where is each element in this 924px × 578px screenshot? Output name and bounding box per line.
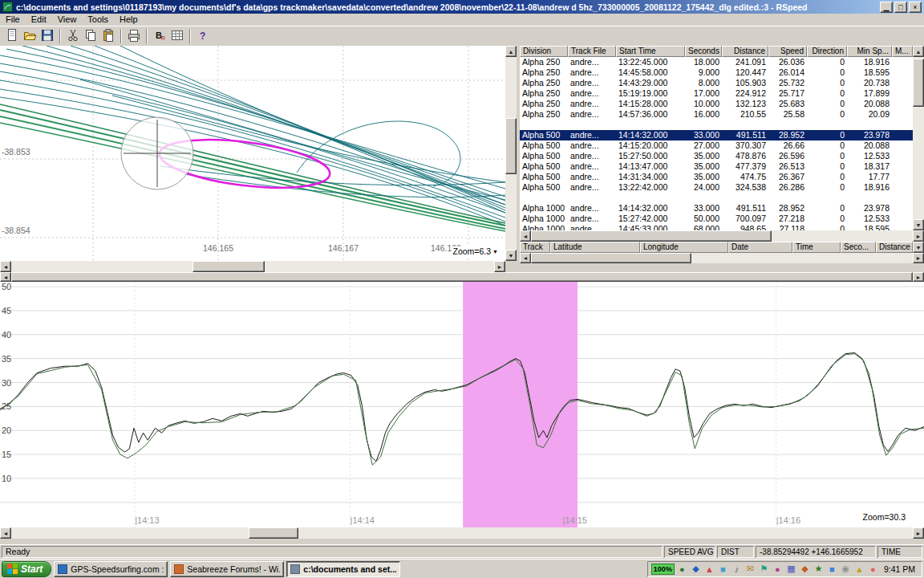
scroll-left-button[interactable]: ◄ bbox=[0, 272, 11, 282]
table-row[interactable]: Alpha 250andre...14:15:28.00010.000132.1… bbox=[520, 99, 913, 109]
tray-icon-15[interactable]: ● bbox=[867, 563, 879, 575]
minimize-button[interactable]: ▁ bbox=[880, 2, 893, 13]
scroll-left-button[interactable]: ◄ bbox=[0, 261, 11, 272]
scroll-down-button[interactable]: ▼ bbox=[505, 250, 517, 261]
scroll-up-button[interactable]: ▲ bbox=[505, 46, 517, 57]
scroll-thumb[interactable] bbox=[531, 230, 772, 242]
scroll-thumb[interactable] bbox=[11, 272, 913, 282]
table-row[interactable]: Alpha 500andre...15:27:50.00035.000478.8… bbox=[520, 151, 913, 161]
tray-icon-12[interactable]: ■ bbox=[826, 563, 838, 575]
points-horizontal-scrollbar[interactable]: ◄ ► bbox=[520, 253, 924, 263]
tray-icon-6[interactable]: ✉ bbox=[744, 563, 756, 575]
scroll-up-button[interactable]: ▲ bbox=[913, 46, 924, 57]
new-button[interactable] bbox=[3, 27, 21, 45]
table-row[interactable]: Alpha 500andre...14:15:20.00027.000370.3… bbox=[520, 140, 913, 151]
column-header[interactable]: Start Time bbox=[616, 46, 685, 57]
column-header[interactable]: Longitude bbox=[640, 242, 728, 253]
scroll-thumb[interactable] bbox=[249, 527, 298, 539]
paste-button[interactable] bbox=[99, 27, 117, 45]
tray-icon-14[interactable]: ▲ bbox=[853, 563, 865, 575]
tray-icon-1[interactable]: ● bbox=[676, 563, 688, 575]
tray-icon-8[interactable]: ● bbox=[772, 563, 784, 575]
task-button[interactable]: GPS-Speedsurfing.com ::... bbox=[54, 561, 168, 577]
table-row[interactable]: Alpha 1000andre...14:14:32.00033.000491.… bbox=[520, 203, 913, 214]
tray-icon-5[interactable]: ♪ bbox=[731, 563, 743, 575]
scroll-right-button[interactable]: ► bbox=[494, 261, 505, 272]
table-row[interactable] bbox=[520, 193, 913, 203]
map-plot[interactable]: -38.853-38.854146.165146.167146.169 Zoom… bbox=[0, 46, 505, 261]
column-header[interactable]: Division bbox=[520, 46, 568, 57]
table-row[interactable]: Alpha 500andre...13:22:42.00024.000324.5… bbox=[520, 182, 913, 193]
scroll-thumb[interactable] bbox=[192, 261, 265, 272]
gps-track-map[interactable]: -38.853-38.854146.165146.167146.169 bbox=[0, 46, 505, 261]
menu-tools[interactable]: Tools bbox=[82, 14, 114, 26]
scroll-down-button[interactable]: ▼ bbox=[913, 242, 924, 253]
scroll-right-button[interactable]: ► bbox=[913, 253, 924, 263]
menu-file[interactable]: File bbox=[0, 14, 26, 26]
menu-help[interactable]: Help bbox=[114, 14, 144, 26]
column-header[interactable]: Distance bbox=[876, 242, 913, 253]
table-row[interactable]: Alpha 500andre...14:13:47.00035.000477.3… bbox=[520, 161, 913, 172]
chart-top-scrollbar[interactable]: ◄ ► bbox=[0, 272, 924, 282]
column-header[interactable]: Track bbox=[520, 242, 550, 253]
chart-zoom-label[interactable]: Zoom=30.3 bbox=[862, 512, 906, 522]
column-header[interactable]: Seconds bbox=[685, 46, 722, 57]
tray-icon-2[interactable]: ◆ bbox=[690, 563, 702, 575]
tray-icon-13[interactable]: ◉ bbox=[840, 563, 852, 575]
table-row[interactable]: Alpha 250andre...15:19:19.00017.000224.9… bbox=[520, 88, 913, 99]
tray-icon-9[interactable]: ▦ bbox=[785, 563, 797, 575]
scroll-thumb[interactable] bbox=[505, 118, 517, 174]
scroll-thumb[interactable] bbox=[913, 59, 924, 107]
zoom-dropdown-icon[interactable]: ▼ bbox=[492, 249, 498, 254]
tray-icon-3[interactable]: ▲ bbox=[703, 563, 715, 575]
runs-vertical-scrollbar[interactable]: ▲ ▼ bbox=[913, 46, 924, 230]
column-header[interactable]: Distance bbox=[722, 46, 768, 57]
start-button[interactable]: Start bbox=[2, 561, 51, 577]
column-header[interactable]: Date bbox=[728, 242, 792, 253]
tray-icon-11[interactable]: ★ bbox=[813, 563, 825, 575]
table-row[interactable]: Alpha 250andre...14:43:29.0008.000105.90… bbox=[520, 78, 913, 88]
tray-icon-7[interactable]: ⚑ bbox=[758, 563, 770, 575]
chart-bottom-scrollbar[interactable]: ◄ ► bbox=[0, 527, 924, 539]
table-row[interactable]: Alpha 500andre...14:31:34.00035.000474.7… bbox=[520, 172, 913, 182]
copy-button[interactable] bbox=[82, 27, 99, 45]
column-header[interactable]: Direction bbox=[807, 46, 847, 57]
map-vertical-scrollbar[interactable]: ▲ ▼ bbox=[505, 46, 517, 261]
speed-time-chart[interactable]: 101520253035404550|14:13|14:14|14:15|14:… bbox=[0, 282, 924, 527]
menu-edit[interactable]: Edit bbox=[26, 14, 52, 26]
scroll-right-button[interactable]: ► bbox=[913, 272, 924, 282]
cut-button[interactable] bbox=[64, 27, 82, 45]
table-row[interactable]: Alpha 250andre...14:45:58.0009.000120.44… bbox=[520, 67, 913, 78]
scroll-left-button[interactable]: ◄ bbox=[0, 527, 11, 539]
runs-horizontal-scrollbar[interactable]: ◄ ► bbox=[520, 230, 924, 242]
save-button[interactable] bbox=[38, 27, 56, 45]
table-row[interactable]: Alpha 1000andre...14:45:33.00068.000948.… bbox=[520, 224, 913, 230]
table-row[interactable]: Alpha 500andre...14:14:32.00033.000491.5… bbox=[520, 130, 913, 140]
column-header[interactable]: Min Sp... bbox=[847, 46, 892, 57]
column-header[interactable]: Latitude bbox=[550, 242, 640, 253]
scroll-thumb[interactable] bbox=[531, 253, 691, 263]
menu-view[interactable]: View bbox=[52, 14, 83, 26]
scroll-left-button[interactable]: ◄ bbox=[520, 230, 531, 242]
table-row[interactable]: Alpha 250andre...14:57:36.00016.000210.5… bbox=[520, 109, 913, 120]
maximize-button[interactable]: □ bbox=[894, 2, 907, 13]
print-button[interactable] bbox=[125, 27, 143, 45]
help-button[interactable]: ? bbox=[194, 27, 212, 45]
scroll-down-button[interactable]: ▼ bbox=[913, 219, 924, 230]
scroll-right-button[interactable]: ► bbox=[913, 230, 924, 242]
column-header[interactable]: Time bbox=[792, 242, 841, 253]
open-button[interactable] bbox=[21, 27, 38, 45]
map-horizontal-scrollbar[interactable]: ◄ ► bbox=[0, 261, 505, 272]
tray-icon-4[interactable]: ■ bbox=[717, 563, 729, 575]
map-zoom-label[interactable]: Zoom=6.3▼ bbox=[452, 246, 499, 256]
scroll-left-button[interactable]: ◄ bbox=[520, 253, 531, 263]
labels-button[interactable]: BR bbox=[151, 27, 168, 45]
grid-button[interactable] bbox=[168, 27, 186, 45]
scroll-right-button[interactable]: ► bbox=[913, 527, 924, 539]
task-button[interactable]: c:\documents and set... bbox=[286, 561, 400, 577]
task-button[interactable]: Seabreeze Forums! - Wi... bbox=[170, 561, 284, 577]
column-header[interactable]: Seco... bbox=[841, 242, 876, 253]
table-row[interactable]: Alpha 1000andre...15:27:42.00050.000700.… bbox=[520, 214, 913, 224]
tray-icon-10[interactable]: ◆ bbox=[799, 563, 811, 575]
table-row[interactable]: Alpha 250andre...13:22:45.00018.000241.0… bbox=[520, 57, 913, 67]
